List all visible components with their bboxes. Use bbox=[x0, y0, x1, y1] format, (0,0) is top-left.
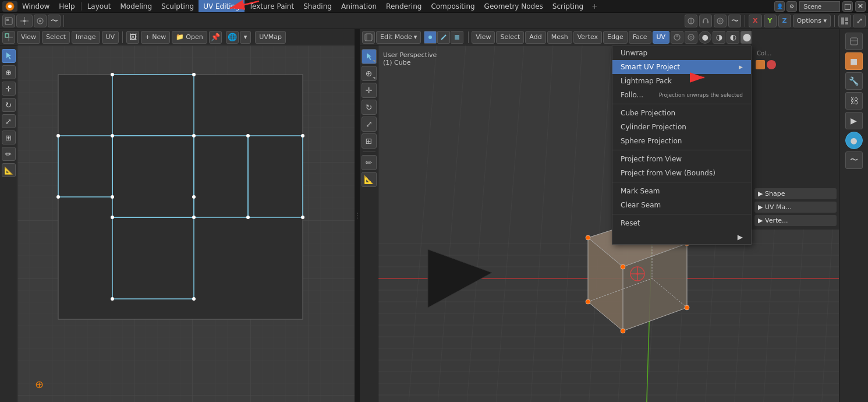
shape-section-header[interactable]: ▶ Shape bbox=[754, 188, 837, 199]
vp-xray-icon[interactable] bbox=[685, 31, 697, 44]
uv-open-btn[interactable]: 📁 Open bbox=[172, 31, 207, 44]
vp-move-tool[interactable]: ✛ bbox=[362, 83, 377, 98]
uv-map-name[interactable]: UVMap bbox=[255, 31, 286, 44]
menu-window[interactable]: Window bbox=[17, 0, 54, 12]
menu-smart-uv-project[interactable]: Smart UV Project ▶ bbox=[612, 60, 751, 74]
menu-project-from-view-bounds[interactable]: Project from View (Bounds) bbox=[612, 166, 751, 180]
vp-annotate-tool[interactable]: ✏ bbox=[362, 155, 377, 170]
menu-scripting[interactable]: Scripting bbox=[548, 0, 588, 12]
panel-divider[interactable]: ⋮ bbox=[355, 29, 360, 402]
uv-rotate-tool[interactable]: ↻ bbox=[2, 98, 16, 112]
scene-name-input[interactable] bbox=[799, 1, 840, 12]
vp-editor-type-icon[interactable] bbox=[362, 31, 375, 44]
layout-icon[interactable] bbox=[838, 15, 851, 27]
vertex-section-header[interactable]: ▶ Verte... bbox=[754, 215, 837, 226]
proportional-icon[interactable] bbox=[714, 15, 727, 27]
vp-uv-menu[interactable]: UV bbox=[653, 31, 670, 44]
props-wave-icon[interactable]: 〜 bbox=[845, 151, 863, 169]
edit-mode-dropdown[interactable]: Edit Mode ▾ bbox=[376, 31, 421, 44]
menu-follow-active[interactable]: Follo... Projection unwraps the selected bbox=[612, 88, 751, 102]
menu-rendering[interactable]: Rendering bbox=[381, 0, 426, 12]
vp-select-menu[interactable]: Select bbox=[496, 31, 524, 44]
uv-editor-type-icon[interactable] bbox=[2, 31, 15, 44]
editor-type-btn[interactable] bbox=[2, 15, 15, 27]
uv-image-menu[interactable]: Image bbox=[72, 31, 100, 44]
uv-new-btn[interactable]: + New bbox=[141, 31, 170, 44]
uv-select-tool[interactable] bbox=[2, 49, 16, 63]
menu-sculpting[interactable]: Sculpting bbox=[157, 0, 199, 12]
menu-cylinder-projection[interactable]: Cylinder Projection bbox=[612, 120, 751, 134]
col-icon-2[interactable] bbox=[767, 60, 776, 69]
menu-modeling[interactable]: Modeling bbox=[115, 0, 157, 12]
col-icon-1[interactable] bbox=[756, 60, 765, 69]
menu-sphere-projection[interactable]: Sphere Projection bbox=[612, 134, 751, 148]
menu-expand-arrow[interactable]: ▶ bbox=[612, 230, 751, 244]
xyz-z-btn[interactable]: Z bbox=[778, 15, 791, 27]
uv-crosshair-tool[interactable]: ⊕ bbox=[2, 65, 16, 79]
uvmap-section-header[interactable]: ▶ UV Ma... bbox=[754, 202, 837, 213]
vp-edge-menu[interactable]: Edge bbox=[603, 31, 628, 44]
expand-icon[interactable]: □ bbox=[842, 1, 853, 12]
props-expand-icon[interactable]: ▶ bbox=[845, 112, 863, 129]
uv-scale-tool[interactable]: ⤢ bbox=[2, 114, 16, 128]
vp-scale-tool[interactable]: ⤢ bbox=[362, 117, 377, 132]
props-tools-icon[interactable] bbox=[845, 33, 863, 50]
render-icon[interactable] bbox=[34, 15, 47, 27]
menu-help[interactable]: Help bbox=[54, 0, 79, 12]
snap-icon[interactable] bbox=[685, 15, 697, 27]
props-chain-icon[interactable]: ⛓ bbox=[845, 92, 863, 110]
menu-cube-projection[interactable]: Cube Projection bbox=[612, 106, 751, 120]
vp-vertex-menu[interactable]: Vertex bbox=[573, 31, 602, 44]
uv-annotate-tool[interactable]: ✏ bbox=[2, 147, 16, 161]
uv-dropdown-btn[interactable]: ▾ bbox=[240, 31, 251, 44]
menu-lightmap-pack[interactable]: Lightmap Pack bbox=[612, 74, 751, 88]
xyz-y-btn[interactable]: Y bbox=[764, 15, 777, 27]
uv-move-tool[interactable]: ✛ bbox=[2, 82, 16, 96]
waveform-icon[interactable]: 〜 bbox=[48, 15, 61, 27]
menu-mark-seam[interactable]: Mark Seam bbox=[612, 184, 751, 198]
vp-transform-tool[interactable]: ⊞ bbox=[362, 133, 377, 149]
magnet-icon[interactable] bbox=[699, 15, 712, 27]
vp-measure-tool[interactable]: 📐 bbox=[362, 172, 377, 187]
menu-layout[interactable]: Layout bbox=[83, 0, 116, 12]
uv-view-menu[interactable]: View bbox=[17, 31, 40, 44]
close-icon[interactable]: ✕ bbox=[855, 1, 866, 12]
props-circle-icon[interactable]: ● bbox=[845, 132, 863, 149]
props-wrench-icon[interactable]: 🔧 bbox=[845, 72, 863, 90]
vp-shading-dot[interactable]: ● bbox=[699, 31, 711, 44]
vp-overlay-icon[interactable] bbox=[671, 31, 683, 44]
uv-select-menu[interactable]: Select bbox=[42, 31, 70, 44]
menu-animation[interactable]: Animation bbox=[336, 0, 381, 12]
blender-icon[interactable] bbox=[2, 1, 17, 12]
menu-reset[interactable]: Reset bbox=[612, 216, 751, 230]
menu-texture-paint[interactable]: Texture Paint bbox=[245, 0, 299, 12]
menu-project-from-view[interactable]: Project from View bbox=[612, 152, 751, 166]
waveform2-icon[interactable]: 〜 bbox=[728, 15, 741, 27]
uv-transform-tool[interactable]: ⊞ bbox=[2, 131, 16, 144]
vertex-mode-btn[interactable] bbox=[424, 31, 437, 44]
uv-uv-menu[interactable]: UV bbox=[102, 31, 119, 44]
vp-select-tool[interactable] bbox=[362, 49, 377, 64]
vp-shading-render[interactable]: ◐ bbox=[727, 31, 739, 44]
user-icon[interactable]: 👤 bbox=[774, 1, 785, 12]
vp-rotate-tool[interactable]: ↻ bbox=[362, 100, 377, 115]
menu-unwrap[interactable]: Unwrap bbox=[612, 46, 751, 60]
vp-cursor-tool[interactable]: ⊕ bbox=[362, 66, 377, 81]
menu-geometry-nodes[interactable]: Geometry Nodes bbox=[480, 0, 548, 12]
vp-mesh-menu[interactable]: Mesh bbox=[547, 31, 572, 44]
options-btn[interactable]: Options ▾ bbox=[793, 15, 831, 27]
uv-ruler-tool[interactable]: 📐 bbox=[2, 163, 16, 177]
uv-pin-icon[interactable]: 📌 bbox=[209, 31, 222, 44]
uv-image-icon[interactable]: 🖼 bbox=[126, 31, 139, 44]
pivot-btn[interactable] bbox=[16, 15, 33, 27]
face-mode-btn[interactable] bbox=[451, 31, 463, 44]
menu-shading[interactable]: Shading bbox=[299, 0, 336, 12]
xyz-x-btn[interactable]: X bbox=[749, 15, 761, 27]
vp-view-menu[interactable]: View bbox=[472, 31, 495, 44]
add-workspace-btn[interactable]: + bbox=[588, 2, 601, 10]
menu-clear-seam[interactable]: Clear Seam bbox=[612, 198, 751, 212]
vp-add-menu[interactable]: Add bbox=[525, 31, 545, 44]
props-object-icon[interactable]: ■ bbox=[845, 52, 863, 70]
fullscreen-icon[interactable]: ⤢ bbox=[853, 15, 866, 27]
menu-compositing[interactable]: Compositing bbox=[426, 0, 479, 12]
